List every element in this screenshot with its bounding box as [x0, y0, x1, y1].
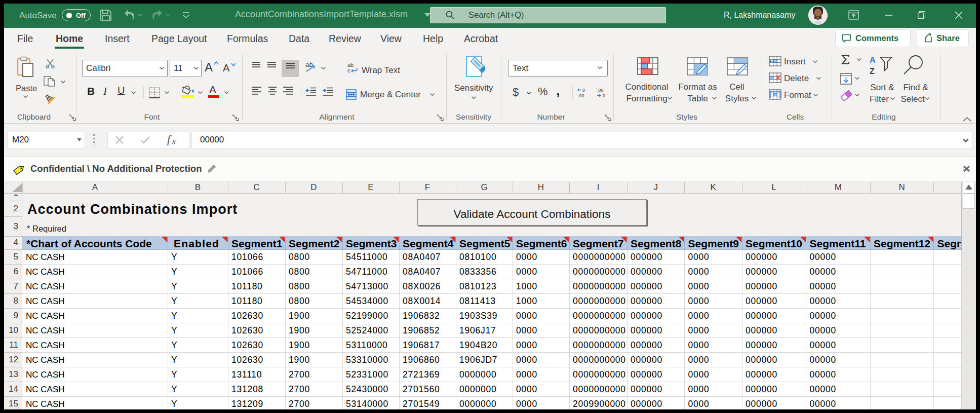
svg-text:Z: Z: [870, 67, 875, 75]
svg-text:c: c: [347, 67, 350, 73]
svg-text:A: A: [870, 56, 876, 64]
svg-text:0: 0: [603, 93, 605, 98]
svg-text:.00: .00: [578, 93, 584, 98]
svg-text:0: 0: [582, 88, 585, 93]
svg-text:.00: .00: [597, 88, 604, 93]
